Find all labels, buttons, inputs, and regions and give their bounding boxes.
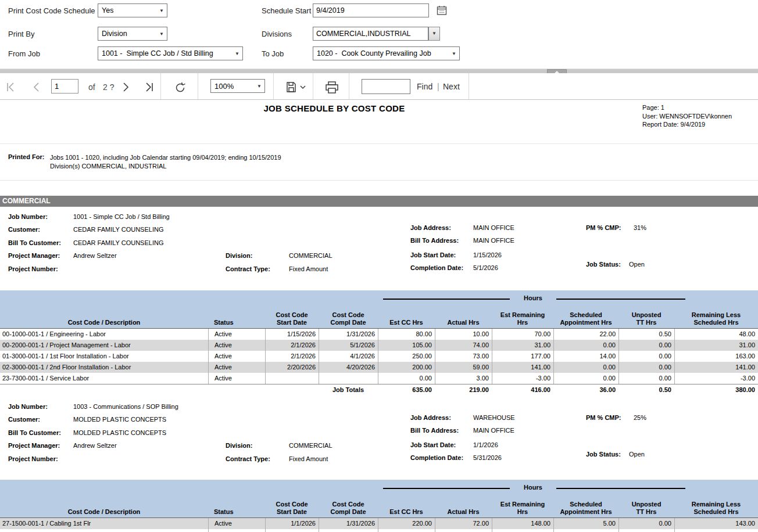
- pm-pct-cmp-value: 25%: [634, 414, 646, 421]
- table-cell: 14.00: [553, 351, 618, 362]
- table-cell: 250.00: [378, 351, 435, 362]
- job-totals-cell: 380.00: [674, 384, 758, 396]
- printed-for-label: Printed For:: [8, 153, 44, 160]
- parameter-panel: Print Cost Code Schedule Yes ▼ Schedule …: [0, 0, 758, 69]
- column-header: Cost Code Start Date: [265, 311, 319, 328]
- column-header: Scheduled Appointment Hrs: [553, 311, 618, 328]
- toolbar-separator: [469, 73, 469, 99]
- table-cell: 141.00: [674, 362, 758, 373]
- hours-group-label: Hours: [512, 484, 555, 491]
- column-header: Status: [208, 319, 265, 328]
- table-cell: 105.00: [378, 340, 435, 351]
- export-save-button[interactable]: [285, 81, 309, 94]
- table-cell: 0.00: [618, 362, 674, 373]
- table-cell: 0.00: [378, 373, 435, 384]
- chevron-down-icon: ▼: [235, 51, 239, 56]
- last-page-button[interactable]: [142, 81, 155, 94]
- toolbar-separator: [273, 73, 274, 99]
- find-next-button[interactable]: Next: [443, 82, 460, 91]
- page-number-input[interactable]: [51, 79, 78, 94]
- table-cell: 3.00: [435, 373, 492, 384]
- contract-type-value: Fixed Amount: [289, 455, 328, 462]
- hours-group-label: Hours: [512, 294, 555, 301]
- print-cost-code-schedule-select[interactable]: Yes ▼: [98, 3, 167, 17]
- table-cell: [378, 529, 435, 532]
- table-cell: 74.00: [435, 340, 492, 351]
- find-text-input[interactable]: [362, 79, 410, 94]
- division-label: Division:: [226, 442, 252, 449]
- divider-line: [0, 180, 758, 181]
- division-value: COMMERCIAL: [289, 442, 332, 449]
- table-cell: 22.00: [553, 329, 618, 340]
- chevron-down-icon: ▼: [452, 51, 456, 56]
- job-totals-cell: 416.00: [492, 384, 553, 396]
- division-section-header: COMMERCIAL: [0, 196, 758, 207]
- cost-code-table-header: Hours Cost Code / DescriptionStatusCost …: [0, 290, 758, 329]
- job-totals-cell: 635.00: [378, 384, 435, 396]
- print-cost-code-schedule-label: Print Cost Code Schedule: [8, 6, 95, 15]
- table-cell: -3.00: [492, 373, 553, 384]
- table-cell: [0, 529, 208, 532]
- hours-group-rule: [383, 488, 510, 489]
- column-header: Cost Code / Description: [0, 508, 208, 517]
- table-cell: Active: [208, 351, 265, 362]
- table-cell: Active: [208, 340, 265, 351]
- bill-to-address-value: MAIN OFFICE: [473, 427, 514, 434]
- zoom-select[interactable]: 100% ▼: [210, 79, 265, 93]
- table-cell: Active: [208, 362, 265, 373]
- panel-splitter[interactable]: [0, 69, 758, 73]
- hours-group-rule: [556, 299, 685, 300]
- table-cell: [618, 529, 674, 532]
- next-page-button[interactable]: [119, 81, 132, 94]
- table-cell: 70.00: [492, 329, 553, 340]
- table-cell: 4/20/2026: [319, 362, 378, 373]
- column-header: Remaining Less Scheduled Hrs: [674, 501, 758, 517]
- table-cell: 1/31/2026: [319, 518, 378, 529]
- job-totals-cell: [0, 384, 208, 396]
- table-cell: 02-3000-001-1 / 2nd Floor Installation -…: [0, 362, 208, 373]
- completion-date-label: Completion Date:: [410, 264, 463, 271]
- bill-to-address-label: Bill To Address:: [410, 237, 459, 244]
- table-cell: 48.00: [674, 329, 758, 340]
- find-button[interactable]: Find: [417, 82, 432, 91]
- previous-page-button[interactable]: [30, 81, 43, 94]
- table-cell: 0.50: [618, 329, 674, 340]
- bill-to-customer-value: CEDAR FAMILY COUNSELING: [73, 239, 163, 246]
- table-cell: 0.00: [618, 373, 674, 384]
- project-number-label: Project Number:: [8, 455, 58, 462]
- printed-for-text: Jobs 1001 - 1020, including Job Calendar…: [50, 153, 281, 171]
- divisions-dropdown-button[interactable]: ▼: [428, 27, 440, 41]
- project-manager-label: Project Manager:: [8, 442, 60, 449]
- cost-code-table-header: Hours Cost Code / DescriptionStatusCost …: [0, 480, 758, 518]
- pm-pct-cmp-label: PM % CMP:: [586, 224, 621, 231]
- first-page-button[interactable]: [5, 81, 17, 94]
- job-totals-cell: 36.00: [553, 384, 618, 396]
- schedule-start-input[interactable]: [313, 3, 429, 17]
- bill-to-address-label: Bill To Address:: [410, 427, 459, 434]
- calendar-icon[interactable]: [436, 5, 448, 16]
- from-job-select[interactable]: 1001 - Simple CC Job / Std Billing ▼: [98, 46, 243, 60]
- pm-pct-cmp-value: 31%: [634, 224, 646, 231]
- column-header: Remaining Less Scheduled Hrs: [674, 311, 758, 328]
- print-by-select[interactable]: Division ▼: [98, 27, 167, 41]
- divisions-label: Divisions: [262, 30, 292, 38]
- contract-type-label: Contract Type:: [226, 455, 270, 462]
- column-header: Unposted TT Hrs: [618, 311, 674, 328]
- print-button[interactable]: [324, 81, 339, 94]
- bill-to-customer-label: Bill To Customer:: [8, 239, 61, 246]
- customer-value: MOLDED PLASTIC CONCEPTS: [73, 416, 166, 423]
- column-header: Cost Code Compl Date: [319, 501, 378, 517]
- division-value: COMMERCIAL: [289, 252, 332, 259]
- to-job-select[interactable]: 1020 - Cook County Prevailing Job ▼: [313, 46, 460, 60]
- column-header: Est CC Hrs: [378, 508, 435, 517]
- column-header: Cost Code / Description: [0, 319, 208, 328]
- table-cell: 163.00: [674, 351, 758, 362]
- refresh-button[interactable]: [173, 81, 186, 94]
- customer-label: Customer:: [8, 226, 40, 233]
- find-next-divider: |: [437, 82, 439, 91]
- divisions-input[interactable]: COMMERCIAL,INDUSTRIAL: [313, 27, 428, 41]
- table-cell: [674, 529, 758, 532]
- chevron-down-icon: ▼: [159, 31, 164, 37]
- customer-label: Customer:: [8, 416, 40, 423]
- user-info: User: WENNSOFTDEV\konnen: [642, 112, 732, 121]
